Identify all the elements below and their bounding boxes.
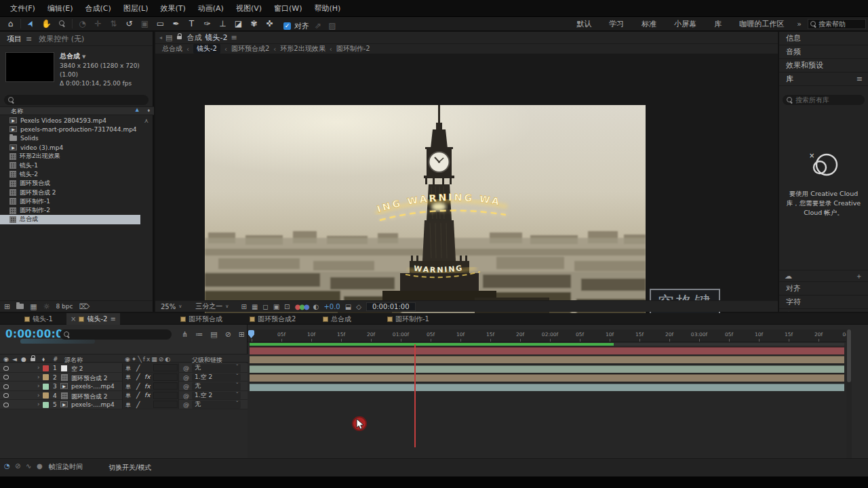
workspace-2[interactable]: 标准 (633, 19, 665, 29)
menu-item-4[interactable]: 效果(T) (154, 3, 191, 14)
comp-name[interactable]: 总合成 (60, 52, 80, 60)
zoom-level-dropdown[interactable]: 25%∨ (161, 303, 182, 310)
project-item[interactable]: ▶video (3).mp4 (0, 143, 154, 152)
snap-checkbox-icon[interactable]: ✓ (283, 22, 291, 30)
timeline-tab-1[interactable]: ×镜头-2≡ (66, 313, 120, 325)
exposure-value[interactable]: +0.0 (323, 303, 340, 310)
brush-tool[interactable]: ✑ (199, 17, 215, 30)
workspace-0[interactable]: 默认 (568, 19, 600, 29)
project-item[interactable]: 镜头-1 (0, 161, 154, 169)
add-library-icon[interactable]: ＋ (855, 271, 863, 281)
parent-dropdown[interactable]: 1.空 2ˇ (192, 373, 241, 382)
project-list-header[interactable]: 名称 ▲ ⬧ (0, 106, 154, 115)
expander-icon[interactable]: › (37, 401, 40, 407)
project-item[interactable]: 圆环预合成 (0, 179, 154, 188)
menu-item-3[interactable]: 图层(L) (117, 3, 155, 14)
pickwhip-icon[interactable]: @ (183, 374, 189, 381)
adjust-icon[interactable]: ☼ (43, 302, 50, 311)
project-search-input[interactable] (4, 95, 149, 105)
project-item[interactable]: ▶pexels-mart-production-7317044.mp4 (0, 125, 154, 134)
timeline-tab-0[interactable]: 镜头-1 (20, 313, 57, 325)
quality-slash-icon[interactable]: ╱ (136, 383, 140, 390)
snap-options-icon[interactable]: ⇗ (313, 19, 323, 33)
layer-track-bar[interactable] (250, 356, 844, 363)
visibility-eye-icon[interactable] (3, 403, 9, 407)
parent-dropdown[interactable]: 无ˇ (192, 382, 241, 390)
exposure-icon[interactable]: ◐ (313, 303, 319, 310)
pen-tool[interactable]: ✒ (168, 17, 184, 30)
grid-guides-icon[interactable]: ⊞ (241, 303, 246, 310)
show-snapshot-icon[interactable]: ◇ (356, 303, 361, 310)
quality-slash-icon[interactable]: ╱ (136, 365, 140, 371)
guides-icon[interactable]: ⊡ (284, 303, 290, 310)
breadcrumb-item[interactable]: 镜头-2 (193, 44, 220, 54)
fx-switch[interactable]: fx (144, 373, 151, 380)
visibility-eye-icon[interactable] (3, 393, 9, 398)
quality-slash-icon[interactable]: ╱ (136, 401, 140, 408)
quality-switch[interactable]: 单 (125, 392, 131, 399)
expander-icon[interactable]: › (37, 373, 40, 380)
workspace-5[interactable]: 咖喱的工作区 (730, 19, 793, 29)
quality-switch[interactable]: 单 (125, 401, 131, 409)
shy-icon[interactable]: ▤ (210, 330, 217, 339)
marker-line[interactable] (414, 344, 416, 447)
timeline-tab-4[interactable]: 总合成 (319, 313, 355, 325)
grid-options-icon[interactable]: ▨ (327, 19, 338, 33)
timeline-vertical-scrollbar[interactable] (846, 329, 852, 458)
zoom-tool[interactable] (54, 17, 70, 30)
preview-time[interactable]: 0:00:01:00 (366, 302, 416, 311)
time-ruler[interactable]: 0f05f10f15f20f01:00f05f10f15f20f02:00f05… (248, 329, 846, 342)
layer-row[interactable]: ›4圆环预合成 2单╱fx@1.空 2ˇ (0, 391, 248, 401)
parent-dropdown[interactable]: 无ˇ (192, 364, 241, 372)
shape-tool[interactable]: ▭ (153, 17, 168, 30)
help-search-input[interactable]: 搜索帮助 (808, 19, 866, 29)
comp-flowchart-icon[interactable]: ⋔ (182, 330, 188, 339)
visibility-eye-icon[interactable] (3, 366, 9, 371)
orbit-camera-tool[interactable]: ◔ (75, 17, 90, 30)
rotation-tool[interactable]: ↺ (121, 17, 137, 30)
layer-row[interactable]: ›3▶pexels-....mp4单╱fx@无ˇ (0, 382, 248, 391)
workspace-1[interactable]: 学习 (600, 19, 633, 29)
draft3d-icon[interactable]: ≔ (195, 330, 203, 339)
workspace-overflow-icon[interactable]: » (793, 20, 806, 28)
quality-switch[interactable]: 单 (125, 365, 131, 372)
mask-visibility-icon[interactable]: ◻ (262, 303, 268, 310)
new-folder-icon[interactable] (16, 304, 24, 309)
bottom-panel-2[interactable]: 段落 (779, 309, 868, 312)
expander-icon[interactable]: › (37, 382, 40, 389)
timeline-tab-3[interactable]: 圆环预合成2 (245, 313, 300, 325)
quality-switch[interactable]: 单 (125, 373, 131, 381)
bottom-panel-0[interactable]: 对齐 (779, 282, 868, 296)
graph-editor-icon[interactable]: ● (37, 462, 43, 470)
frame-blend-icon[interactable]: ⊘ (225, 330, 231, 339)
project-item[interactable]: 圆环制作-1 (0, 197, 154, 206)
pickwhip-icon[interactable]: @ (183, 401, 189, 408)
tab-project[interactable]: 项目 (0, 34, 26, 44)
viewer-canvas[interactable]: ING WARNING WA WARNING 空格键 (155, 54, 778, 300)
close-tab-icon[interactable]: × (71, 315, 76, 323)
interpret-footage-icon[interactable]: ⊞ (4, 302, 10, 311)
panel-libraries[interactable]: 库 ≡ (779, 73, 868, 86)
dolly-camera-tool[interactable]: ⇅ (106, 17, 121, 30)
libraries-menu-icon[interactable]: ≡ (856, 73, 863, 86)
quality-slash-icon[interactable]: ╱ (136, 373, 140, 380)
parent-dropdown[interactable]: 1.空 2ˇ (192, 392, 241, 400)
viewer-tab-menu-icon[interactable]: ≡ (231, 33, 237, 42)
timeline-tab-2[interactable]: 圆环预合成 (176, 313, 226, 325)
panel-0[interactable]: 信息 (779, 32, 868, 45)
selection-tool[interactable]: ➤ (22, 14, 41, 33)
channel-icon[interactable]: ●●● (294, 303, 308, 310)
project-item[interactable]: 总合成 (0, 215, 140, 224)
layer-track-bar[interactable] (250, 347, 844, 354)
quality-switch[interactable]: 单 (125, 383, 131, 390)
tab-menu-icon[interactable]: ≡ (110, 315, 115, 323)
pickwhip-icon[interactable]: @ (183, 383, 189, 390)
project-item[interactable]: 圆环预合成 2 (0, 188, 154, 197)
tab-effect-controls[interactable]: 效果控件 (无) (39, 34, 84, 44)
menu-item-0[interactable]: 文件(F) (4, 3, 41, 14)
menu-item-1[interactable]: 编辑(E) (41, 3, 79, 14)
panel-collapse-icon[interactable]: ◂ (159, 35, 162, 41)
region-of-interest-icon[interactable]: ▣ (273, 303, 279, 310)
viewer-tab-comp-name[interactable]: 镜头-2 (205, 33, 227, 43)
layer-track-bar[interactable] (250, 365, 844, 373)
